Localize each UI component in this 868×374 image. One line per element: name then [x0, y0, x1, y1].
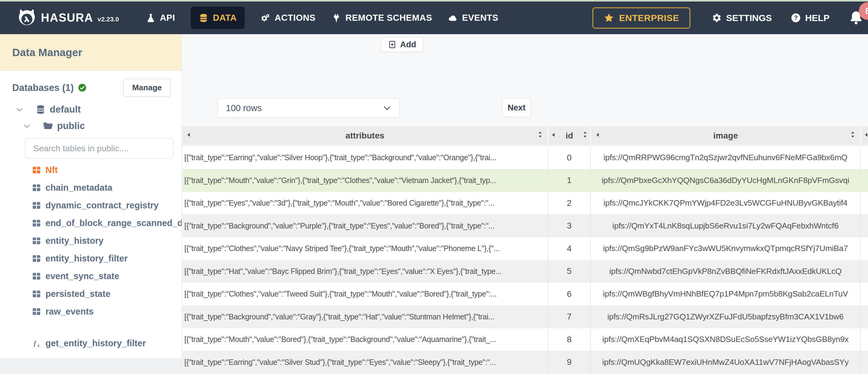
chevron-down-icon[interactable]	[15, 105, 24, 114]
main-content: Add 100 rows Next attributesidimage [{"t…	[182, 34, 868, 374]
help-label: HELP	[805, 13, 830, 23]
folder-icon	[43, 121, 53, 131]
table-name-label: event_sync_state	[45, 271, 119, 281]
search-tables-input[interactable]	[25, 138, 173, 159]
table-name-label: entity_history_filter	[45, 253, 128, 263]
table-name-label: raw_events	[45, 307, 94, 317]
table-row[interactable]: [{"trait_type":"Clothes","value":"Tweed …	[182, 283, 868, 306]
sidebar-bottom-section[interactable]: SQL	[0, 359, 182, 374]
nav-item-events[interactable]: EVENTS	[448, 13, 498, 23]
table-row[interactable]: [{"trait_type":"Mouth","value":"Bored"},…	[182, 328, 868, 351]
table-name-label: persisted_state	[45, 289, 111, 299]
next-page-button[interactable]: Next	[502, 98, 531, 117]
table-row[interactable]: [{"trait_type":"Earring","value":"Silver…	[182, 351, 868, 374]
cell-attributes: [{"trait_type":"Eyes","value":"3d"},{"tr…	[182, 192, 548, 214]
table-icon	[32, 289, 41, 299]
cell-id: 3	[548, 215, 590, 237]
sort-icon	[849, 131, 857, 141]
sidebar-table-entity-history-filter[interactable]: entity_history_filter	[0, 250, 182, 267]
table-row[interactable]: [{"trait_type":"Background","value":"Pur…	[182, 215, 868, 238]
sidebar-table-dynamic-contract-registry[interactable]: dynamic_contract_registry	[0, 196, 182, 214]
table-name-label: dynamic_contract_registry	[45, 200, 159, 211]
table-header-row: attributesidimage	[182, 126, 868, 145]
table-name-label: entity_history	[45, 236, 103, 246]
table-row[interactable]: [{"trait_type":"Background","value":"Gra…	[182, 306, 868, 329]
gears-icon	[261, 13, 271, 23]
sidebar-table-persisted-state[interactable]: persisted_state	[0, 285, 182, 303]
sidebar-table-nft[interactable]: Nft	[0, 161, 182, 179]
nav-items: APIDATAACTIONSREMOTE SCHEMASEVENTS	[146, 7, 498, 29]
data-manager-header: Data Manager	[0, 34, 182, 71]
tree-node-default[interactable]: default	[15, 104, 182, 115]
sql-section-label: SQL	[31, 372, 182, 374]
collapse-left-icon	[551, 132, 557, 140]
column-header-attributes[interactable]: attributes	[182, 126, 548, 145]
table-row[interactable]: [{"trait_type":"Hat","value":"Bayc Flipp…	[182, 260, 868, 283]
nav-item-actions[interactable]: ACTIONS	[261, 13, 316, 23]
column-header-label: id	[565, 131, 573, 141]
chevron-down-icon[interactable]	[23, 122, 31, 130]
chevron-down-icon	[382, 103, 392, 113]
svg-text:?: ?	[794, 14, 798, 21]
add-row-button[interactable]: Add	[381, 37, 423, 52]
star-icon	[604, 13, 614, 23]
nav-item-label: DATA	[213, 13, 237, 23]
collapse-left-icon	[186, 132, 192, 140]
enterprise-button[interactable]: ENTERPRISE	[592, 7, 690, 29]
sidebar-table-end-of-block-range-scanned-data[interactable]: end_of_block_range_scanned_data	[0, 214, 182, 232]
cloud-icon	[448, 13, 458, 23]
function-icon: fx	[32, 339, 41, 348]
rows-per-page-value: 100 rows	[226, 103, 262, 113]
version-label: v2.23.0	[98, 15, 119, 23]
nav-item-api[interactable]: API	[146, 13, 175, 23]
cell-overflow	[860, 306, 868, 328]
column-header-label: attributes	[345, 131, 384, 141]
sidebar-table-event-sync-state[interactable]: event_sync_state	[0, 267, 182, 285]
sidebar-table-raw-events[interactable]: raw_events	[0, 303, 182, 320]
sidebar-table-chain-metadata[interactable]: chain_metadata	[0, 179, 182, 196]
cell-image: ipfs://QmNwbd7ctEhGpVkP8nZvBBQfiNeFKRdxf…	[590, 260, 860, 283]
nav-item-label: EVENTS	[462, 13, 498, 23]
tables-list: Nftchain_metadatadynamic_contract_regist…	[0, 161, 182, 352]
nav-item-data[interactable]: DATA	[191, 7, 245, 29]
nav-item-label: REMOTE SCHEMAS	[345, 13, 432, 23]
cell-attributes: [{"trait_type":"Clothes","value":"Tweed …	[182, 283, 548, 305]
manage-button[interactable]: Manage	[123, 79, 170, 97]
settings-button[interactable]: SETTINGS	[712, 13, 772, 23]
cell-overflow	[860, 169, 868, 192]
table-icon	[32, 201, 41, 210]
cell-id: 9	[548, 351, 590, 374]
cell-image: ipfs://QmYxT4LnK8sqLupjbS6eRvu1si7Ly2wFQ…	[590, 215, 860, 237]
collapse-left-icon	[863, 132, 868, 140]
collapse-left-icon	[595, 132, 601, 140]
cell-image: ipfs://QmUQgKka8EW7exiUHnMwZ4UoXA11wV7NF…	[590, 351, 860, 374]
cell-overflow	[860, 260, 868, 283]
help-button[interactable]: ? HELP	[791, 13, 830, 23]
table-row[interactable]: [{"trait_type":"Eyes","value":"3d"},{"tr…	[182, 192, 868, 215]
sidebar-function-get-entity-history-filter[interactable]: fxget_entity_history_filter	[0, 334, 182, 352]
column-header-id[interactable]: id	[548, 126, 590, 145]
cell-image: ipfs://QmSg9bPzW9anFYc3wWU5KnvymwkxQTpmq…	[590, 237, 860, 260]
table-row[interactable]: [{"trait_type":"Clothes","value":"Navy S…	[182, 237, 868, 260]
cell-overflow	[860, 147, 868, 169]
svg-text:x: x	[37, 343, 40, 348]
cell-id: 8	[548, 328, 590, 351]
sidebar-title: Data Manager	[12, 46, 83, 59]
table-row[interactable]: [{"trait_type":"Earring","value":"Silver…	[182, 147, 868, 169]
rows-per-page-select[interactable]: 100 rows	[218, 98, 400, 118]
table-name-label: Nft	[45, 165, 58, 175]
database-icon	[35, 104, 46, 115]
cell-attributes: [{"trait_type":"Background","value":"Pur…	[182, 215, 548, 237]
column-header-image[interactable]: image	[590, 126, 860, 145]
table-row[interactable]: [{"trait_type":"Mouth","value":"Grin"},{…	[182, 169, 868, 192]
tree-node-public[interactable]: public	[23, 121, 182, 131]
cell-image: ipfs://QmRsJLrg27GQ1ZWyrXZFuJFdU5bapfzsy…	[590, 306, 860, 328]
brand-group[interactable]: HASURA v2.23.0	[0, 8, 119, 28]
table-body: [{"trait_type":"Earring","value":"Silver…	[182, 147, 868, 374]
top-navbar: HASURA v2.23.0 APIDATAACTIONSREMOTE SCHE…	[0, 2, 868, 34]
nav-item-remote-schemas[interactable]: REMOTE SCHEMAS	[332, 13, 432, 23]
notifications-button[interactable]: 8	[848, 10, 864, 26]
sidebar-table-entity-history[interactable]: entity_history	[0, 232, 182, 250]
cell-overflow	[860, 328, 868, 351]
svg-text:f: f	[34, 339, 37, 347]
